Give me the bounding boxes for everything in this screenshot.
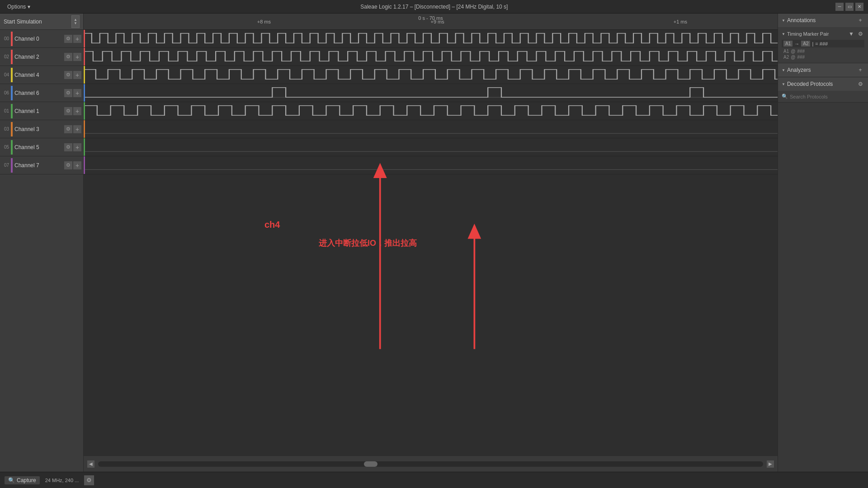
protocols-list — [778, 103, 868, 472]
options-button[interactable]: Options ▾ — [5, 3, 33, 11]
waveform-svg-04 — [84, 66, 778, 84]
analyzers-header: ▼ Analyzers + — [778, 63, 868, 77]
decoded-protocols-title-group: ▼ Decoded Protocols — [782, 81, 833, 87]
channel-color-05 — [11, 140, 13, 155]
channel-color-07 — [11, 158, 13, 173]
waveform-row-03 — [84, 120, 778, 138]
decoded-protocols-title: Decoded Protocols — [787, 81, 833, 87]
waveform-row-06 — [84, 84, 778, 102]
a1-label: A1 — [783, 49, 789, 54]
channel-name-05: Channel 5 — [14, 144, 64, 150]
channel-name-00: Channel 0 — [14, 36, 64, 42]
channel-gear-02[interactable]: ⚙ — [64, 53, 72, 61]
analyzers-add-button[interactable]: + — [856, 66, 864, 74]
timing-marker-gear[interactable]: ⚙ — [856, 30, 864, 38]
channel-number-05: 05 — [2, 145, 11, 150]
decoded-protocols-settings-button[interactable]: ⚙ — [856, 80, 864, 88]
channel-add-04[interactable]: + — [73, 71, 81, 79]
capture-icon: 🔍 — [8, 477, 15, 483]
annotation-ch4: ch4 — [264, 220, 280, 230]
waveform-svg-03 — [84, 120, 778, 138]
channel-row-06: 06 Channel 6 ⚙ + — [0, 84, 83, 102]
arrow-icon: → — [794, 41, 799, 47]
a2-timing: A2 @ ### — [782, 54, 864, 60]
channel-number-07: 07 — [2, 163, 11, 168]
waveform-row-00 — [84, 30, 778, 48]
analyzers-collapse-icon[interactable]: ▼ — [782, 68, 785, 72]
restore-button[interactable]: ▭ — [845, 3, 854, 11]
close-button[interactable]: ✕ — [855, 3, 863, 11]
search-box-container: 🔍 — [778, 91, 868, 103]
channel-color-00 — [11, 32, 13, 46]
annotations-title-group: ▼ Annotations — [782, 17, 816, 23]
waveform-svg-00 — [84, 30, 778, 47]
scroll-left-button[interactable]: ◀ — [87, 460, 94, 468]
scrollbar-track[interactable] — [98, 461, 763, 467]
channel-name-03: Channel 3 — [14, 126, 64, 132]
channel-gear-07[interactable]: ⚙ — [64, 161, 72, 169]
at-icon: @ — [791, 49, 795, 54]
start-simulation-button[interactable]: Start Simulation — [4, 19, 42, 25]
channel-add-05[interactable]: + — [73, 143, 81, 151]
scrollbar-thumb[interactable] — [364, 461, 377, 467]
timing-marker-actions: ▼ ⚙ — [847, 30, 864, 38]
channel-row-03: 03 Channel 3 ⚙ + — [0, 120, 83, 138]
channel-row-00: 00 Channel 0 ⚙ + — [0, 30, 83, 48]
waveform-row-02 — [84, 48, 778, 66]
channel-scroll-arrows[interactable]: ▲ ▼ — [71, 15, 80, 28]
channel-gear-01[interactable]: ⚙ — [64, 107, 72, 115]
channel-add-00[interactable]: + — [73, 35, 81, 43]
decoded-protocols-collapse-icon[interactable]: ▼ — [782, 82, 785, 86]
channel-number-06: 06 — [2, 90, 11, 95]
channel-add-07[interactable]: + — [73, 161, 81, 169]
scroll-right-button[interactable]: ▶ — [767, 460, 774, 468]
channel-number-03: 03 — [2, 127, 11, 131]
channel-color-03 — [11, 122, 13, 136]
channel-add-03[interactable]: + — [73, 125, 81, 133]
channel-add-01[interactable]: + — [73, 107, 81, 115]
capture-button[interactable]: 🔍 Capture — [5, 476, 40, 484]
at-icon-2: @ — [791, 55, 795, 60]
channel-row-01: 01 Channel 1 ⚙ + — [0, 102, 83, 120]
minimize-button[interactable]: ─ — [835, 3, 844, 11]
scrollbar-area: ◀ ▶ — [84, 455, 778, 472]
annotations-actions: + — [856, 16, 864, 24]
time-marker-9ms: +9 ms — [431, 19, 444, 24]
annotations-collapse-icon[interactable]: ▼ — [782, 19, 785, 23]
channel-gear-06[interactable]: ⚙ — [64, 89, 72, 97]
analyzers-section: ▼ Analyzers + — [778, 63, 868, 77]
equals-separator: | — [812, 41, 813, 47]
waveform-svg-02 — [84, 48, 778, 66]
channel-color-04 — [11, 68, 13, 82]
annotation-interrupt: 进入中断拉低IO，推出拉高 — [319, 238, 417, 249]
a1-badge: A1 — [783, 41, 793, 47]
waveform-area[interactable]: ch4 进入中断拉低IO，推出拉高 — [84, 30, 778, 455]
annotations-add-button[interactable]: + — [856, 16, 864, 24]
channel-add-06[interactable]: + — [73, 89, 81, 97]
timing-marker-row: ▼ Timing Marker Pair ▼ ⚙ — [782, 30, 864, 38]
timing-collapse-icon[interactable]: ▼ — [782, 32, 785, 36]
channel-row-02: 02 Channel 2 ⚙ + — [0, 48, 83, 66]
channel-gear-05[interactable]: ⚙ — [64, 143, 72, 151]
timing-marker-settings[interactable]: ▼ — [847, 30, 855, 38]
waveform-svg-05 — [84, 138, 778, 156]
channel-name-06: Channel 6 — [14, 90, 64, 96]
timing-marker-label: Timing Marker Pair — [787, 31, 845, 37]
a2-value: ### — [797, 55, 805, 60]
title-bar: Options ▾ Saleae Logic 1.2.17 – [Disconn… — [0, 0, 868, 14]
channel-gear-03[interactable]: ⚙ — [64, 125, 72, 133]
capture-label: Capture — [17, 477, 36, 483]
channel-add-02[interactable]: + — [73, 53, 81, 61]
channel-gear-00[interactable]: ⚙ — [64, 35, 72, 43]
channel-name-04: Channel 4 — [14, 72, 64, 78]
status-info: 24 MHz, 240 ... — [45, 478, 79, 483]
status-gear-button[interactable]: ⚙ — [84, 475, 94, 485]
annotations-header: ▼ Annotations + — [778, 14, 868, 27]
analyzers-actions: + — [856, 66, 864, 74]
waveform-row-01 — [84, 102, 778, 120]
statusbar: 🔍 Capture 24 MHz, 240 ... ⚙ — [0, 472, 868, 488]
search-protocols-input[interactable] — [790, 94, 864, 99]
a2-badge: A2 — [801, 41, 810, 47]
formula-value: = ### — [815, 41, 828, 47]
channel-gear-04[interactable]: ⚙ — [64, 71, 72, 79]
